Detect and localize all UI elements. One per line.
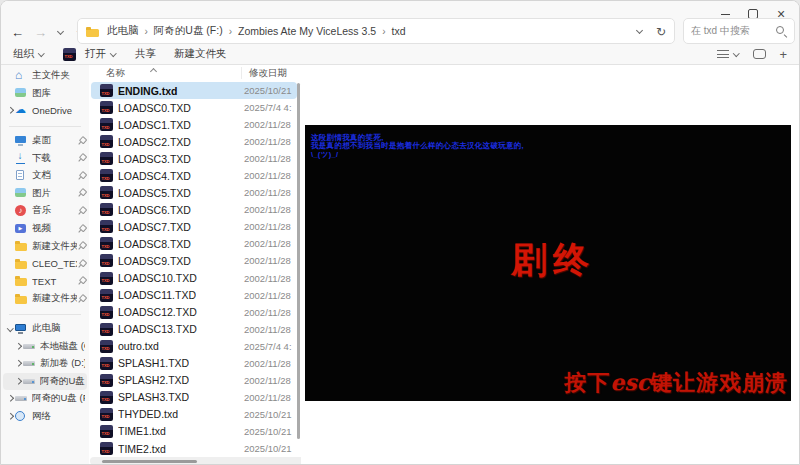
preview-pane-toggle-icon[interactable] [753,49,766,59]
sidebar-item[interactable]: OneDrive [3,102,87,120]
search-icon[interactable] [775,25,787,37]
expand-chevron-icon[interactable] [6,154,15,163]
command-label: 打开 [85,47,106,61]
file-row[interactable]: SPLASH3.TXD 2002/11/28 [91,389,297,406]
back-icon[interactable] [11,26,24,39]
sidebar-item[interactable]: 新建文件夹 (5) [3,237,87,255]
sidebar-item[interactable]: TEXT [3,273,87,291]
sidebar-item[interactable]: 文档 [3,167,87,185]
expand-chevron-icon[interactable] [6,242,15,251]
file-date: 2002/11/28 [244,392,291,403]
address-bar[interactable]: 此电脑 阿奇的U盘 (F:) Zombies Ate My ViceLess 3… [77,18,675,44]
file-row[interactable]: LOADSC3.TXD 2002/11/28 [91,150,297,167]
sidebar-item[interactable]: 图库 [3,85,87,103]
expand-chevron-icon[interactable] [6,277,15,286]
file-date: 2002/11/28 [244,290,291,301]
expand-chevron-icon[interactable] [6,189,15,198]
file-row[interactable]: LOADSC4.TXD 2002/11/28 [91,167,297,184]
plus-icon[interactable] [779,45,787,63]
file-row[interactable]: outro.txd 2025/7/4 4: [91,338,297,355]
expand-chevron-icon[interactable] [6,106,15,115]
sidebar-item[interactable]: 新建文件夹 (2) [3,290,87,308]
breadcrumb-item[interactable]: 此电脑 [104,23,149,39]
file-row[interactable]: LOADSC6.TXD 2002/11/28 [91,201,297,218]
sidebar-item[interactable]: 阿奇的U盘 (F:) [3,373,87,391]
expand-chevron-icon[interactable] [6,224,15,233]
sidebar-item[interactable] [3,308,87,320]
refresh-icon[interactable] [656,22,666,40]
file-row[interactable]: LOADSC2.TXD 2002/11/28 [91,133,297,150]
file-name: LOADSC3.TXD [118,153,191,165]
search-input[interactable]: 在 txd 中搜索 [683,18,795,44]
expand-chevron-icon[interactable] [6,259,15,268]
expand-chevron-icon[interactable] [6,412,15,421]
sidebar-item[interactable]: 新加卷 (D:) [3,355,87,373]
expand-chevron-icon[interactable] [6,71,15,80]
file-row[interactable]: SPLASH1.TXD 2002/11/28 [91,355,297,372]
expand-chevron-icon[interactable] [6,394,15,403]
file-row[interactable]: ENDING.txd 2025/10/21 [91,82,297,99]
expand-chevron-icon[interactable] [6,206,15,215]
file-row[interactable]: TIME2.txd 2025/10/21 [91,440,297,457]
command-button[interactable]: 组织 [13,47,45,61]
file-row[interactable]: LOADSC10.TXD 2002/11/28 [91,270,297,287]
file-date: 2002/11/28 [244,238,291,249]
sidebar-item[interactable]: 图片 [3,185,87,203]
expand-chevron-icon[interactable] [14,359,23,368]
expand-chevron-icon[interactable] [6,324,15,333]
column-header-name[interactable]: 名称 [106,67,125,80]
breadcrumb-label[interactable]: Zombies Ate My ViceLess 3.5 [235,24,379,38]
sidebar-item[interactable]: 下载 [3,149,87,167]
file-row[interactable]: LOADSC0.TXD 2025/7/4 4: [91,99,297,116]
command-label: 组织 [13,47,34,61]
sidebar-item[interactable]: 网络 [3,408,87,426]
file-date: 2025/7/4 4: [244,102,292,113]
expand-chevron-icon[interactable] [6,136,15,145]
file-row[interactable]: SPLASH2.TXD 2002/11/28 [91,372,297,389]
breadcrumb-label[interactable]: 阿奇的U盘 (F:) [151,23,226,39]
sidebar-item[interactable] [3,120,87,132]
expand-chevron-icon[interactable] [14,377,23,386]
forward-icon[interactable] [34,26,47,39]
view-options-button[interactable] [717,49,740,59]
command-button[interactable]: 新建文件夹 [174,47,227,61]
sidebar-item[interactable]: 音乐 [3,202,87,220]
file-row[interactable]: THYDED.txd 2025/10/21 [91,406,297,423]
gallery-icon [15,87,28,99]
vertical-scrollbar[interactable] [297,83,300,439]
recent-locations-chevron-icon[interactable] [57,28,65,36]
command-button[interactable]: 打开 [63,47,117,61]
expand-chevron-icon[interactable] [6,294,15,303]
sidebar-item[interactable]: 此电脑 [3,320,87,338]
horizontal-scrollbar-thumb[interactable] [102,460,197,463]
sidebar-item[interactable]: 本地磁盘 (C:) [3,337,87,355]
file-name: LOADSC1.TXD [118,119,191,131]
sidebar-item[interactable]: 视频 [3,220,87,238]
expand-chevron-icon[interactable] [6,171,15,180]
breadcrumb-label[interactable]: txd [388,24,408,38]
expand-chevron-icon[interactable] [14,342,23,351]
file-date: 2002/11/28 [244,187,291,198]
sidebar-item[interactable]: CLEO_TEXT [3,255,87,273]
sidebar-item[interactable]: 桌面 [3,132,87,150]
file-row[interactable]: LOADSC12.TXD 2002/11/28 [91,304,297,321]
file-row[interactable]: LOADSC8.TXD 2002/11/28 [91,235,297,252]
file-row[interactable]: LOADSC5.TXD 2002/11/28 [91,184,297,201]
expand-chevron-icon[interactable] [6,89,15,98]
txd-file-icon [100,272,113,285]
column-header-date[interactable]: 修改日期 [249,67,287,80]
file-row[interactable]: LOADSC7.TXD 2002/11/28 [91,218,297,235]
file-row[interactable]: LOADSC13.TXD 2002/11/28 [91,321,297,338]
address-dropdown-chevron-icon[interactable] [636,27,644,35]
file-row[interactable]: LOADSC11.TXD 2002/11/28 [91,287,297,304]
sidebar-item[interactable]: 阿奇的U盘 (F:) [3,390,87,408]
command-button[interactable]: 共享 [135,47,156,61]
file-row[interactable]: LOADSC1.TXD 2002/11/28 [91,116,297,133]
breadcrumb-item[interactable]: Zombies Ate My ViceLess 3.5 [235,24,386,38]
breadcrumb-label[interactable]: 此电脑 [104,23,142,39]
file-row[interactable]: LOADSC9.TXD 2002/11/28 [91,252,297,269]
breadcrumb-item[interactable]: 阿奇的U盘 (F:) [151,23,233,39]
breadcrumb-item[interactable]: txd [388,24,408,38]
sidebar-item[interactable]: 主文件夹 [3,67,87,85]
file-row[interactable]: TIME1.txd 2025/10/21 [91,423,297,440]
